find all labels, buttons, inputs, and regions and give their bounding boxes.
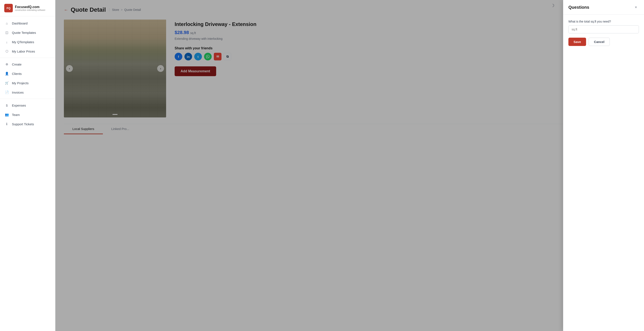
sidebar-item-label: Clients — [12, 72, 22, 75]
cancel-label: Cancel — [594, 40, 604, 44]
home-icon: ⌂ — [5, 21, 9, 25]
sidebar: FQ FocusedQ.com construction estimating … — [0, 0, 55, 331]
download-icon: ↓ — [5, 40, 9, 44]
support-icon: ℹ — [5, 122, 9, 126]
sidebar-item-clients[interactable]: 👤 Clients — [0, 69, 55, 78]
sidebar-item-create[interactable]: ⊕ Create — [0, 59, 55, 69]
cancel-button[interactable]: Cancel — [589, 38, 610, 46]
sidebar-item-label: My Labor Prices — [12, 49, 35, 53]
sidebar-nav: ⌂ Dashboard ◫ Quote Templates ↓ My QTemp… — [0, 16, 55, 331]
dialog-overlay — [55, 0, 644, 331]
close-icon: × — [635, 5, 637, 9]
sidebar-item-label: Support Tickets — [12, 122, 34, 126]
dollar-icon: $ — [5, 103, 9, 107]
sidebar-item-support-tickets[interactable]: ℹ Support Tickets — [0, 119, 55, 129]
logo-title: FocusedQ.com — [15, 5, 45, 9]
person-icon: 👥 — [5, 112, 9, 117]
sidebar-item-team[interactable]: 👥 Team — [0, 110, 55, 119]
sidebar-item-expenses[interactable]: $ Expenses — [0, 101, 55, 110]
dialog-title: Questions — [568, 5, 589, 10]
nav-divider-2 — [0, 99, 55, 99]
dialog-body: What is the total sq.ft you need? Save C… — [563, 15, 644, 331]
logo-text: FocusedQ.com construction estimating sof… — [15, 5, 45, 11]
save-label: Save — [574, 40, 581, 44]
sidebar-item-invoices[interactable]: 📄 Invoices — [0, 88, 55, 97]
sidebar-item-label: My Projects — [12, 81, 28, 85]
sidebar-item-my-labor-prices[interactable]: ⬡ My Labor Prices — [0, 46, 55, 56]
logo-area: FQ FocusedQ.com construction estimating … — [0, 0, 55, 16]
cart-icon: 🛒 — [5, 81, 9, 85]
logo-icon: FQ — [4, 4, 13, 12]
sidebar-item-quote-templates[interactable]: ◫ Quote Templates — [0, 28, 55, 37]
save-button[interactable]: Save — [568, 38, 586, 46]
sidebar-item-label: Expenses — [12, 104, 26, 107]
dialog-header: Questions × — [563, 0, 644, 15]
sidebar-item-label: Quote Templates — [12, 31, 36, 34]
logo-box-label: FQ — [6, 6, 10, 10]
sidebar-item-label: Create — [12, 62, 22, 66]
dialog-actions: Save Cancel — [568, 38, 639, 46]
sqft-input[interactable] — [568, 25, 639, 33]
sidebar-item-label: Dashboard — [12, 21, 28, 25]
sidebar-item-my-projects[interactable]: 🛒 My Projects — [0, 78, 55, 88]
invoice-icon: 📄 — [5, 90, 9, 94]
sidebar-item-dashboard[interactable]: ⌂ Dashboard — [0, 18, 55, 28]
logo-subtitle: construction estimating software — [15, 9, 45, 11]
tag-icon: ⬡ — [5, 49, 9, 53]
sidebar-item-label: Team — [12, 113, 20, 117]
nav-divider-1 — [0, 58, 55, 58]
sidebar-item-label: Invoices — [12, 91, 24, 94]
plus-circle-icon: ⊕ — [5, 62, 9, 66]
file-text-icon: ◫ — [5, 30, 9, 35]
dialog-close-button[interactable]: × — [633, 4, 639, 10]
main-content: ☽ ← Quote Detail Store > Quote Detail ‹ … — [55, 0, 644, 331]
sidebar-item-label: My QTemplates — [12, 40, 34, 44]
questions-dialog: Questions × What is the total sq.ft you … — [563, 0, 644, 331]
sidebar-item-my-qtemplates[interactable]: ↓ My QTemplates — [0, 37, 55, 46]
users-icon: 👤 — [5, 71, 9, 76]
question-label: What is the total sq.ft you need? — [568, 20, 639, 23]
